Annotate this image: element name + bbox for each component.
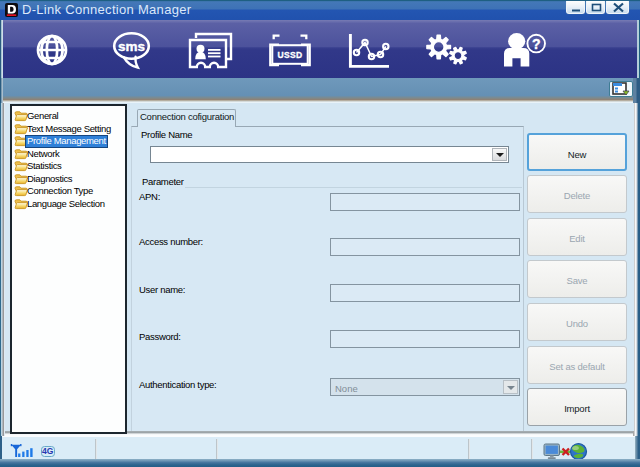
svg-text:USSD: USSD (277, 50, 302, 60)
svg-text:?: ? (532, 36, 541, 52)
svg-text:sms: sms (118, 39, 145, 54)
